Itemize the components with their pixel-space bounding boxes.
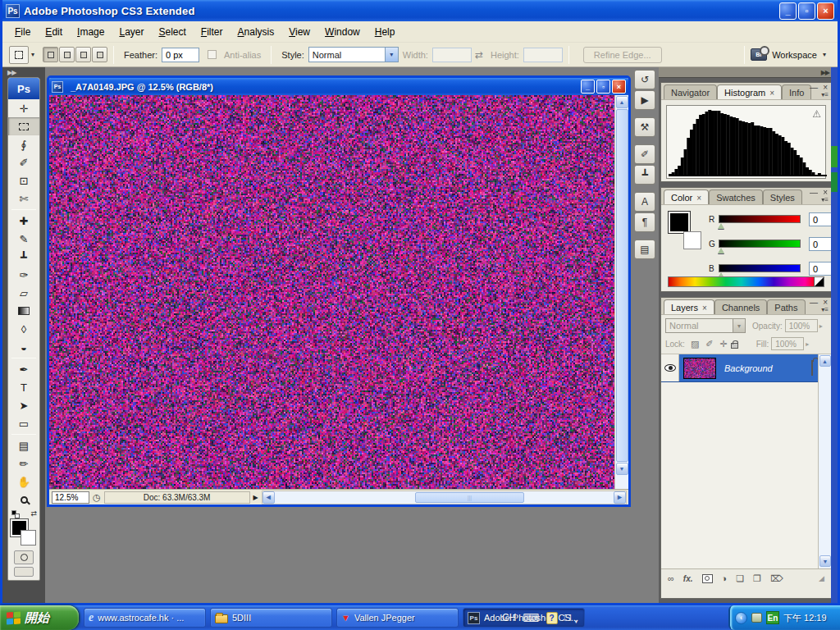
fill-field[interactable]: 100% [771,337,804,350]
title-bar[interactable]: Ps Adobe Photoshop CS3 Extended _ ▫ × [2,0,838,21]
menu-file[interactable]: File [7,23,38,41]
tab-histogram[interactable]: Histogram× [717,84,782,99]
zoom-tool[interactable] [8,491,39,509]
swap-dimensions-icon[interactable]: ⇄ [475,49,483,61]
scroll-up-icon[interactable]: ▲ [616,96,628,108]
selection-intersect-button[interactable] [92,47,107,62]
scroll-left-icon[interactable]: ◄ [262,491,275,504]
rectangular-marquee-tool[interactable] [8,117,39,135]
anti-alias-checkbox[interactable] [208,50,217,59]
tab-color[interactable]: Color× [664,189,709,204]
history-brush-tool[interactable]: ✑ [8,266,39,284]
panel-flyout-icon[interactable]: ▾≡ [821,196,829,203]
hand-tool[interactable]: ✋ [8,472,39,491]
menu-select[interactable]: Select [151,23,193,41]
doc-close-button[interactable]: × [612,80,626,94]
taskbar-task-astrocafe[interactable]: e www.astrocafe.hk · ... [84,608,206,628]
restore-button[interactable]: ▫ [798,2,815,20]
selection-new-button[interactable] [43,47,58,62]
default-colors-icon[interactable] [11,510,20,518]
clone-source-panel-button[interactable]: ┻ [634,165,655,185]
chevron-down-icon[interactable]: ▾ [575,619,578,625]
menu-filter[interactable]: Filter [194,23,231,41]
crop-tool[interactable]: ⊡ [8,171,39,189]
tab-close-icon[interactable]: × [696,194,701,203]
lock-paint-icon[interactable]: ✐ [705,339,713,349]
green-slider-marker[interactable] [718,248,724,253]
red-slider[interactable] [719,215,801,223]
cached-data-warning-icon[interactable]: ⚠ [812,108,821,120]
link-layers-button[interactable]: ∞ [668,573,674,583]
lock-position-icon[interactable]: ✛ [720,339,728,349]
menu-analysis[interactable]: Analysis [231,23,282,41]
selection-subtract-button[interactable] [75,47,91,62]
lock-transparency-icon[interactable]: ▨ [691,339,699,349]
menu-view[interactable]: View [281,23,317,41]
type-tool[interactable]: T [8,378,39,396]
gradient-tool[interactable] [8,302,39,320]
brush-tool[interactable]: ✎ [8,230,39,248]
scroll-down-icon[interactable]: ▼ [616,463,628,475]
move-tool[interactable]: ✛ [8,99,39,117]
layers-scrollbar[interactable]: ▲ ▼ [818,354,831,568]
new-adjustment-layer-button[interactable]: ◑ [722,573,728,583]
language-help-icon[interactable]: ? [546,612,558,624]
bridge-icon[interactable]: Br [751,48,767,61]
menu-edit[interactable]: Edit [38,23,70,41]
spot-healing-brush-tool[interactable]: ✚ [8,212,39,230]
tray-icon[interactable] [751,613,762,623]
horizontal-scrollbar[interactable]: ◄ ► [262,491,627,504]
actions-panel-button[interactable]: ▶ [634,90,655,110]
tab-navigator[interactable]: Navigator [664,84,717,99]
language-band-options-icon[interactable]: ❐ [564,614,572,623]
style-dropdown[interactable]: Normal ▾ [308,47,399,62]
background-color-swatch[interactable] [21,530,36,546]
panel-resize-grip[interactable]: ◢ [819,574,824,582]
scroll-right-icon[interactable]: ► [614,491,626,504]
blue-slider[interactable] [719,264,801,272]
hide-icons-chevron[interactable]: ‹ [735,612,747,624]
panel-flyout-icon[interactable]: ▾≡ [821,306,829,313]
tab-close-icon[interactable]: × [702,304,707,313]
blur-tool[interactable]: ◊ [8,320,39,338]
swap-colors-icon[interactable]: ⇄ [30,509,37,518]
tool-presets-panel-button[interactable]: ⚒ [634,117,655,137]
tray-language-badge[interactable]: En [766,611,779,624]
menu-image[interactable]: Image [70,23,112,41]
tab-styles[interactable]: Styles [763,189,802,204]
menu-layer[interactable]: Layer [112,23,151,41]
scroll-up-icon[interactable]: ▲ [819,355,831,367]
selection-add-button[interactable] [59,47,75,62]
quick-selection-tool[interactable]: ✐ [8,153,39,171]
status-flyout-icon[interactable]: ▶ [253,494,258,501]
refine-edge-button[interactable]: Refine Edge... [583,47,662,63]
visibility-toggle[interactable] [661,354,679,381]
green-slider[interactable] [719,240,801,248]
character-panel-button[interactable]: A [634,192,655,212]
document-title-bar[interactable]: Ps _A7A0149.JPG @ 12.5% (RGB/8*) _ ▫ × [49,78,628,95]
shape-tool[interactable]: ▭ [8,414,39,432]
slice-tool[interactable]: ✄ [8,189,39,208]
fill-spinner-icon[interactable]: ▸ [806,340,809,348]
panel-minimize-icon[interactable]: — [810,83,818,92]
dodge-tool[interactable]: ◒ [8,338,39,356]
blend-mode-dropdown[interactable]: Normal ▾ [665,318,746,333]
doc-restore-button[interactable]: ▫ [596,80,610,94]
eraser-tool[interactable]: ▱ [8,284,39,302]
add-layer-mask-button[interactable] [702,574,713,583]
start-button[interactable]: 開始 [0,605,79,630]
language-indicator[interactable]: CH [502,612,516,623]
pen-tool[interactable]: ✒ [8,360,39,378]
notes-tool[interactable]: ▤ [8,436,39,454]
chevron-down-icon[interactable]: ▾ [31,51,34,58]
scroll-down-icon[interactable]: ▼ [819,555,831,567]
tab-close-icon[interactable]: × [769,89,774,98]
layer-row-background[interactable]: Background [661,354,819,382]
tab-paths[interactable]: Paths [767,299,805,314]
tab-layers[interactable]: Layers× [664,299,714,314]
tab-info[interactable]: Info [782,84,811,99]
tab-channels[interactable]: Channels [714,299,767,314]
doc-minimize-button[interactable]: _ [581,80,595,94]
brushes-panel-button[interactable]: ✐ [634,144,655,164]
panel-minimize-icon[interactable]: — [810,188,818,197]
